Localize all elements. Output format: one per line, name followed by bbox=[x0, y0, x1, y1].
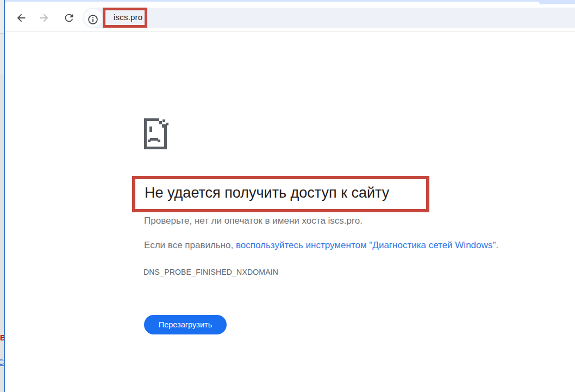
error-code: DNS_PROBE_FINISHED_NXDOMAIN bbox=[143, 268, 278, 276]
background-red-text: B bbox=[0, 333, 4, 342]
url-text[interactable]: iscs.pro bbox=[114, 12, 142, 22]
error-suggestion-line: Если все правильно, воспользуйтесь инстр… bbox=[144, 240, 498, 251]
background-window-sliver: B C bbox=[0, 0, 4, 392]
reload-button[interactable] bbox=[63, 12, 75, 24]
error-title: Не удается получить доступ к сайту bbox=[145, 185, 389, 201]
back-button[interactable] bbox=[15, 12, 27, 24]
browser-toolbar: iscs.pro bbox=[5, 4, 575, 31]
refresh-icon bbox=[63, 12, 75, 24]
sad-broken-page-icon bbox=[143, 118, 169, 151]
address-bar[interactable]: iscs.pro bbox=[83, 8, 575, 28]
arrow-right-icon bbox=[38, 12, 50, 24]
forward-button[interactable] bbox=[38, 12, 50, 24]
browser-window: B C bbox=[0, 0, 575, 392]
tab-strip bbox=[5, 0, 575, 4]
info-circle-icon bbox=[84, 14, 102, 26]
reload-page-button[interactable]: Перезагрузить bbox=[144, 315, 227, 334]
window-edge-border bbox=[4, 0, 5, 392]
suggestion-prefix: Если все правильно, bbox=[144, 240, 236, 250]
divider bbox=[0, 33, 4, 34]
arrow-left-icon bbox=[15, 12, 27, 24]
error-check-line: Проверьте, нет ли опечаток в имени хоста… bbox=[144, 216, 362, 226]
background-link-text: C bbox=[0, 358, 4, 366]
suggestion-suffix: . bbox=[496, 240, 498, 250]
network-diagnostics-link[interactable]: воспользуйтесь инструментом "Диагностика… bbox=[236, 240, 496, 250]
site-info-button[interactable] bbox=[84, 9, 102, 27]
